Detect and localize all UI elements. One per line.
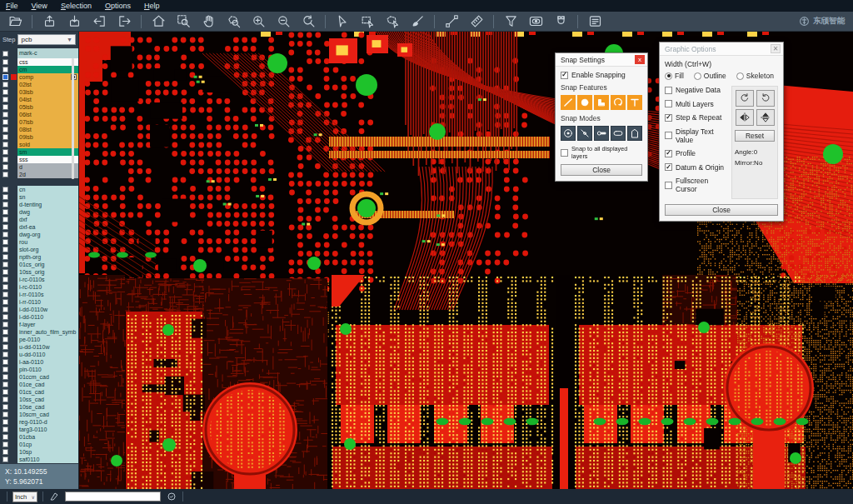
layer-row[interactable]: 10scm_cad [0, 411, 78, 418]
checkbox-icon[interactable] [665, 87, 672, 94]
snap-contour-icon[interactable] [627, 126, 642, 141]
highlight-brush-icon[interactable] [409, 13, 426, 30]
layer-visibility-checkbox[interactable] [2, 457, 8, 462]
layer-visibility-checkbox[interactable] [2, 307, 8, 312]
command-input[interactable] [65, 492, 161, 502]
option-checkbox-profile[interactable]: ✓Profile [665, 149, 728, 157]
layer-row[interactable]: i-rr-0110 [0, 298, 78, 306]
option-checkbox-datum-origin[interactable]: ✓Datum & Origin [665, 163, 728, 172]
layer-row[interactable]: comp [0, 73, 78, 81]
layer-row[interactable]: pe-0110 [0, 336, 78, 343]
checkbox-icon[interactable] [665, 182, 672, 189]
save-down-icon[interactable] [66, 13, 82, 30]
select-polygon-icon[interactable] [384, 13, 401, 30]
layer-visibility-checkbox[interactable] [2, 209, 8, 215]
layer-visibility-checkbox[interactable] [2, 367, 8, 372]
layer-visibility-checkbox[interactable] [2, 344, 8, 350]
preview-eye-icon[interactable] [527, 13, 544, 30]
layer-row[interactable]: 10sp [0, 448, 78, 456]
menu-view[interactable]: View [32, 2, 47, 10]
layer-visibility-checkbox[interactable] [2, 112, 8, 117]
option-checkbox-fullscreen-cursor[interactable]: Fullscreen Cursor [665, 177, 728, 193]
import-file-icon[interactable] [91, 13, 107, 30]
layer-visibility-checkbox[interactable] [2, 51, 8, 57]
radio-icon[interactable] [694, 72, 701, 80]
layer-row[interactable]: reg-0110-d [0, 418, 78, 426]
layer-visibility-checkbox[interactable] [2, 89, 8, 95]
reset-button[interactable]: Reset [735, 130, 775, 142]
radio-icon[interactable] [665, 72, 672, 80]
layer-visibility-checkbox[interactable] [2, 404, 8, 410]
layer-row[interactable]: i-rc-0110s [0, 276, 78, 283]
checkbox-icon[interactable]: ✓ [665, 163, 672, 171]
close-icon[interactable]: x [635, 55, 645, 64]
export-file-icon[interactable] [116, 13, 132, 30]
radio-icon[interactable] [736, 72, 744, 80]
snap-pad-icon[interactable] [577, 95, 592, 110]
run-command-icon[interactable] [166, 491, 177, 502]
layer-row[interactable]: npth-org [0, 253, 78, 261]
save-up-icon[interactable] [41, 13, 57, 30]
layer-row[interactable]: 03lsb [0, 88, 78, 96]
layer-visibility-checkbox[interactable] [2, 292, 8, 297]
layer-row[interactable]: d-tenting [0, 201, 78, 208]
layer-row[interactable]: 01cp [0, 441, 78, 448]
layer-row[interactable]: inner_auto_film_symb [0, 328, 78, 336]
filter-funnel-icon[interactable] [502, 13, 519, 30]
layer-visibility-checkbox[interactable] [2, 67, 8, 72]
layer-visibility-checkbox[interactable] [2, 449, 8, 455]
flip-vertical-button[interactable] [756, 109, 775, 126]
layer-row[interactable]: u-dd-0110w [0, 343, 78, 351]
layer-row[interactable]: dxf [0, 216, 78, 223]
layer-visibility-checkbox[interactable] [2, 382, 8, 387]
layer-visibility-checkbox[interactable] [2, 217, 8, 222]
layer-visibility-checkbox[interactable] [2, 322, 8, 327]
checkbox-icon[interactable] [665, 132, 672, 139]
menu-selection[interactable]: Selection [61, 2, 92, 10]
snap-close-button[interactable]: Close [561, 164, 642, 176]
layer-visibility-checkbox[interactable] [2, 149, 8, 155]
snap-angle-icon[interactable] [577, 126, 592, 141]
layer-visibility-checkbox[interactable] [2, 397, 8, 402]
layer-row[interactable]: 09lsb [0, 133, 78, 141]
zoom-window-icon[interactable] [175, 13, 192, 30]
layer-visibility-checkbox[interactable] [2, 172, 8, 177]
zoom-reset-icon[interactable] [300, 13, 317, 30]
snap-surface-icon[interactable] [594, 95, 609, 110]
layer-visibility-checkbox[interactable] [2, 277, 8, 282]
snap-all-layers-checkbox[interactable]: Snap to all displayed layers [561, 145, 642, 160]
layer-row[interactable]: 02lst [0, 81, 78, 88]
layer-row[interactable]: 08lst [0, 126, 78, 133]
width-radio-outline[interactable]: Outline [694, 72, 726, 80]
snap-line-icon[interactable] [561, 95, 576, 110]
home-view-icon[interactable] [150, 13, 167, 30]
layer-visibility-checkbox[interactable] [2, 239, 8, 245]
layer-row[interactable]: 04lst [0, 96, 78, 103]
layer-visibility-checkbox[interactable] [2, 232, 8, 237]
layer-visibility-checkbox[interactable] [2, 82, 8, 87]
layer-row[interactable]: f-layer [0, 321, 78, 328]
option-checkbox-negative-data[interactable]: Negative Data [665, 86, 728, 94]
layer-visibility-checkbox[interactable] [2, 194, 8, 200]
layer-row[interactable]: i-dd-0110w [0, 306, 78, 313]
layer-visibility-checkbox[interactable] [2, 337, 8, 342]
rotate-cw-button[interactable] [736, 90, 754, 107]
zoom-in-icon[interactable] [250, 13, 267, 30]
layer-row[interactable]: slot-org [0, 246, 78, 253]
close-icon[interactable]: ✕ [771, 44, 781, 53]
layer-row[interactable]: 01ccm_cad [0, 373, 78, 381]
layer-row[interactable]: i-rr-0110s [0, 291, 78, 298]
layer-row[interactable]: pin-0110 [0, 366, 78, 373]
layer-row[interactable]: targ3-0110 [0, 426, 78, 433]
measure-ruler-icon[interactable] [468, 13, 485, 30]
option-checkbox-step-repeat[interactable]: ✓Step & Repeat [665, 113, 728, 122]
layer-visibility-checkbox[interactable] [2, 299, 8, 305]
layer-visibility-checkbox[interactable] [2, 74, 8, 80]
checkbox-icon[interactable] [561, 149, 568, 157]
layer-row[interactable]: 01cs_cad [0, 388, 78, 396]
layer-row[interactable]: 10se_cad [0, 403, 78, 411]
layer-visibility-checkbox[interactable] [2, 134, 8, 140]
layer-row[interactable]: dxf-ea [0, 223, 78, 231]
layer-visibility-checkbox[interactable] [2, 419, 8, 425]
enable-snapping-checkbox[interactable]: ✓ Enable Snapping [561, 71, 642, 79]
